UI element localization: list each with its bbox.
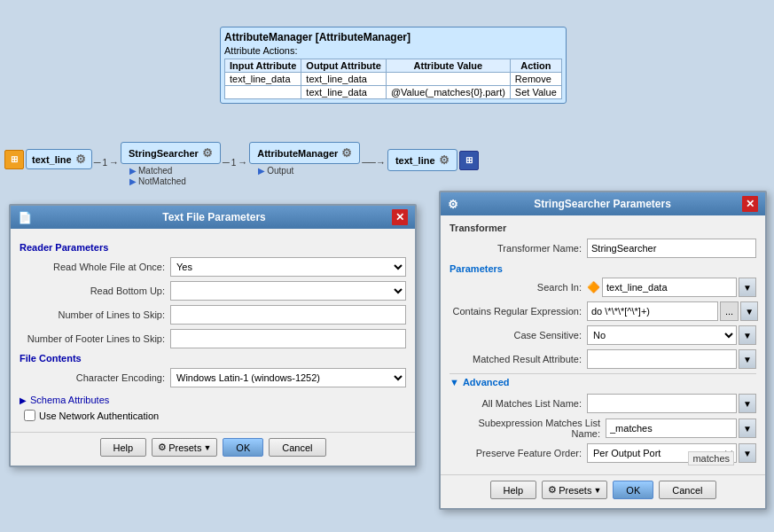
text-file-ok-button[interactable]: OK (223, 438, 263, 457)
source-node[interactable]: ⊞ text_line ⚙ (4, 149, 92, 169)
matches-status: matches (688, 451, 734, 466)
text-file-presets-button[interactable]: ⚙ Presets ▼ (152, 438, 217, 457)
preserve-feature-dropdown-btn[interactable]: ▼ (739, 443, 756, 463)
use-network-auth-checkbox[interactable] (24, 410, 35, 421)
use-network-auth-label: Use Network Authentication (39, 411, 159, 421)
ss-ok-button[interactable]: OK (613, 481, 653, 499)
attr-manager-subtitle: Attribute Actions: (224, 45, 562, 56)
table-row: text_line_data text_line_data Remove (225, 73, 562, 86)
presets-dropdown-arrow[interactable]: ▼ (203, 443, 211, 452)
cell (225, 86, 301, 99)
lines-to-skip-label: Number of Lines to Skip: (20, 309, 170, 320)
contains-regex-input[interactable] (587, 301, 718, 321)
col-action: Action (510, 59, 561, 73)
string-searcher-gear-icon[interactable]: ⚙ (202, 146, 213, 160)
table-icon: ⊞ (11, 154, 18, 164)
port-list: ▶ Matched ▶ NotMatched (129, 166, 221, 186)
text-file-dialog-title: Text File Parameters (162, 211, 266, 223)
string-searcher-dialog-title: StringSearcher Parameters (534, 198, 671, 210)
connector-arrow-1: ─ 1 → (92, 157, 121, 168)
dest-node-box[interactable]: text_line ⚙ (387, 149, 457, 171)
contains-regex-label: Contains Regular Expression: (450, 306, 587, 317)
attr-manager-title: AttributeManager [AttributeManager] (224, 31, 562, 43)
char-encoding-select-wrap[interactable]: Windows Latin-1 (windows-1252) (170, 368, 406, 387)
dest-node[interactable]: text_line ⚙ ⊞ (387, 149, 479, 171)
text-file-cancel-button[interactable]: Cancel (269, 438, 325, 457)
search-in-label: Search In: (450, 282, 587, 293)
all-matches-dropdown-btn[interactable]: ▼ (739, 394, 756, 413)
advanced-section[interactable]: ▼ Advanced (450, 373, 756, 390)
subexpr-matches-dropdown-btn[interactable]: ▼ (739, 419, 756, 438)
subexpr-matches-label: Subexpression Matches List Name: (450, 418, 606, 439)
string-searcher-node[interactable]: StringSearcher ⚙ ▶ Matched ▶ NotMatched (121, 142, 221, 186)
source-gear-icon[interactable]: ⚙ (75, 153, 86, 166)
matched-result-input[interactable] (587, 349, 737, 369)
parameters-section-label: Parameters (450, 263, 756, 274)
char-encoding-select[interactable]: Windows Latin-1 (windows-1252) (170, 368, 406, 387)
case-sensitive-select[interactable]: No Yes (587, 325, 737, 345)
string-searcher-node-box[interactable]: StringSearcher ⚙ (121, 142, 221, 164)
string-searcher-dialog-icon: ⚙ (448, 198, 458, 211)
text-file-dialog: 📄 Text File Parameters ✕ Reader Paramete… (9, 204, 417, 467)
port-matched: ▶ Matched (129, 166, 221, 176)
port-not-matched: ▶ NotMatched (129, 176, 221, 186)
case-sensitive-label: Case Sensitive: (450, 330, 587, 340)
attr-manager-node[interactable]: AttributeManager ⚙ ▶ Output (249, 142, 360, 176)
reader-params-label: Reader Parameters (20, 242, 406, 253)
cell: text_line_data (225, 73, 301, 86)
text-file-close-button[interactable]: ✕ (392, 209, 408, 225)
connector-label-2: 1 (231, 158, 237, 168)
read-bottom-up-label: Read Bottom Up: (20, 286, 170, 296)
attr-manager-node-box[interactable]: AttributeManager ⚙ (249, 142, 360, 164)
regex-dropdown-btn[interactable]: ▼ (740, 301, 758, 321)
attr-manager-port-list: ▶ Output (258, 166, 360, 176)
ss-presets-button[interactable]: ⚙ Presets ▼ (542, 481, 607, 499)
ss-gear-icon: ⚙ (548, 484, 557, 496)
read-whole-file-select[interactable]: Yes No (170, 257, 406, 277)
ss-cancel-button[interactable]: Cancel (659, 481, 715, 499)
footer-lines-input[interactable] (170, 329, 406, 348)
connector-label-1: 1 (102, 158, 107, 168)
port-output: ▶ Output (258, 166, 360, 176)
read-bottom-up-select-wrap[interactable] (170, 281, 406, 301)
read-whole-file-select-wrap[interactable]: Yes No (170, 257, 406, 277)
search-in-dropdown-btn[interactable]: ▼ (739, 278, 756, 297)
text-file-help-button[interactable]: Help (100, 438, 147, 457)
source-label: text_line ⚙ (26, 149, 92, 169)
col-attr-value: Attribute Value (386, 59, 510, 73)
regex-ellipsis-btn[interactable]: ... (720, 301, 739, 321)
attr-manager-table: Input Attribute Output Attribute Attribu… (224, 59, 562, 99)
schema-attrs-label: Schema Attributes (30, 395, 109, 405)
flow-canvas: ⊞ text_line ⚙ ─ 1 → StringSearcher ⚙ ▶ M… (0, 137, 774, 186)
ss-help-button[interactable]: Help (490, 481, 537, 499)
string-searcher-close-button[interactable]: ✕ (742, 196, 758, 212)
cell: Set Value (510, 86, 561, 99)
lines-to-skip-input[interactable] (170, 305, 406, 325)
attr-manager-gear-icon[interactable]: ⚙ (341, 146, 352, 160)
gear-icon-presets: ⚙ (158, 442, 167, 453)
read-bottom-up-select[interactable] (170, 281, 406, 301)
matched-result-dropdown-btn[interactable]: ▼ (739, 349, 756, 369)
file-contents-label: File Contents (20, 353, 406, 364)
all-matches-input[interactable] (587, 394, 737, 413)
dest-table-icon: ⊞ (465, 155, 473, 165)
dest-gear-icon[interactable]: ⚙ (439, 153, 450, 167)
char-encoding-label: Character Encoding: (20, 372, 170, 383)
ss-presets-arrow[interactable]: ▼ (593, 486, 601, 495)
col-output-attr: Output Attribute (301, 59, 387, 73)
table-row: text_line_data @Value(_matches{0}.part) … (225, 86, 562, 99)
cell: text_line_data (301, 73, 387, 86)
matched-result-label: Matched Result Attribute: (450, 354, 587, 364)
all-matches-label: All Matches List Name: (450, 398, 587, 409)
cell (386, 73, 510, 86)
attr-manager-box: AttributeManager [AttributeManager] Attr… (220, 27, 567, 104)
col-input-attr: Input Attribute (225, 59, 301, 73)
schema-attrs-row[interactable]: ▶ Schema Attributes (20, 392, 406, 408)
string-searcher-label: StringSearcher (129, 148, 199, 159)
text-file-titlebar: 📄 Text File Parameters ✕ (11, 206, 415, 229)
search-in-input[interactable] (602, 278, 737, 297)
subexpr-matches-input[interactable] (606, 419, 737, 438)
case-sensitive-dropdown-btn[interactable]: ▼ (739, 325, 756, 345)
cell: text_line_data (301, 86, 387, 99)
transformer-name-input[interactable] (587, 239, 756, 258)
